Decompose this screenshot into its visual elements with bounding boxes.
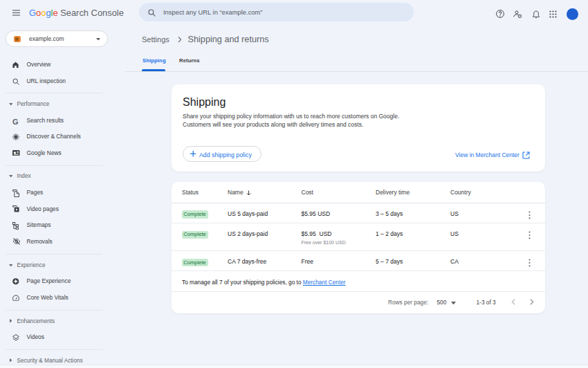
svg-text:G: G [12, 118, 19, 125]
